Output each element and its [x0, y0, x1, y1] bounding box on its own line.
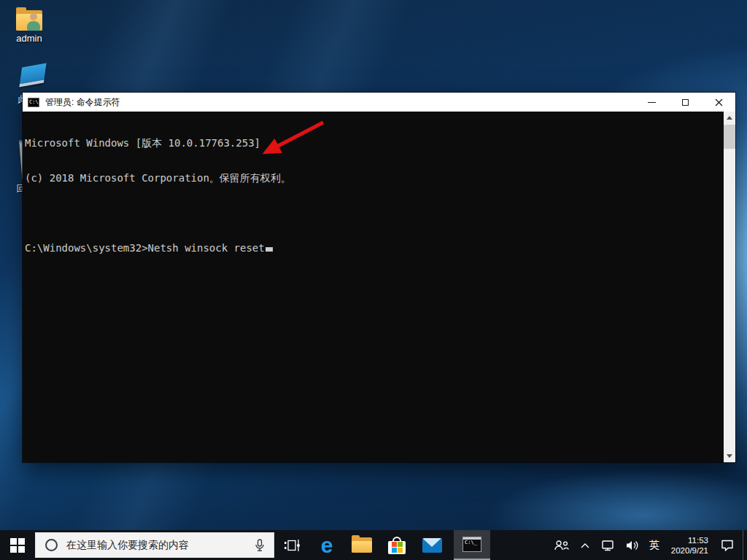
scroll-down-icon: [727, 454, 732, 458]
store-button[interactable]: [379, 530, 414, 560]
search-placeholder: 在这里输入你要搜索的内容: [66, 539, 189, 552]
scroll-up-button[interactable]: [724, 112, 735, 124]
cmd-taskbar-icon: C:\_: [462, 537, 481, 552]
typed-command: Netsh winsock reset: [148, 242, 265, 254]
system-tray: 英 11:53 2020/9/21: [549, 530, 747, 560]
taskbar-clock[interactable]: 11:53 2020/9/21: [665, 535, 715, 556]
microphone-icon[interactable]: [255, 539, 265, 552]
maximize-icon: [682, 99, 689, 106]
console-prompt: C:\Windows\system32>: [25, 242, 148, 254]
scroll-down-button[interactable]: [724, 450, 735, 462]
network-icon: [600, 540, 615, 551]
console-line: (c) 2018 Microsoft Corporation。保留所有权利。: [25, 172, 722, 184]
cmd-titlebar[interactable]: C:\ 管理员: 命令提示符: [23, 93, 735, 112]
scroll-up-icon: [727, 116, 732, 120]
cmd-window: C:\ 管理员: 命令提示符 Microsoft Windows [版本 10.…: [23, 93, 735, 462]
mail-button[interactable]: [414, 530, 449, 560]
close-icon: [715, 98, 723, 106]
minimize-button[interactable]: [635, 93, 668, 112]
action-center-button[interactable]: [715, 530, 740, 560]
clock-date: 2020/9/21: [671, 545, 708, 556]
mail-icon: [422, 538, 442, 553]
scrollbar-thumb[interactable]: [724, 125, 735, 149]
file-explorer-icon: [352, 537, 372, 553]
people-button[interactable]: [549, 530, 575, 560]
task-view-button[interactable]: [274, 530, 309, 560]
start-button[interactable]: [0, 530, 35, 560]
taskbar-search[interactable]: 在这里输入你要搜索的内容: [35, 532, 274, 558]
console-scrollbar[interactable]: [724, 112, 735, 462]
hidden-icons-button[interactable]: [575, 530, 595, 560]
network-button[interactable]: [595, 530, 620, 560]
file-explorer-button[interactable]: [344, 530, 379, 560]
chevron-up-icon: [580, 542, 590, 549]
close-button[interactable]: [702, 93, 735, 112]
desktop: admin 此电脑 回收站 C:\ 管理员: 命令提示符: [0, 0, 747, 560]
desktop-icon-label: admin: [7, 33, 51, 44]
volume-icon: [625, 540, 639, 551]
action-center-icon: [720, 539, 735, 552]
maximize-button[interactable]: [668, 93, 702, 112]
edge-icon: e: [321, 534, 333, 556]
console-line: Microsoft Windows [版本 10.0.17763.253]: [25, 137, 722, 149]
people-icon: [554, 540, 570, 551]
task-view-icon: [284, 539, 300, 552]
taskbar: 在这里输入你要搜索的内容 e: [0, 530, 747, 560]
clock-time: 11:53: [671, 535, 708, 545]
console-output[interactable]: Microsoft Windows [版本 10.0.17763.253] (c…: [23, 112, 735, 462]
desktop-icon-admin[interactable]: admin: [7, 7, 51, 44]
show-desktop-button[interactable]: [743, 530, 747, 560]
store-icon: [388, 537, 406, 554]
console-prompt-line: C:\Windows\system32>Netsh winsock reset: [25, 242, 722, 254]
window-title: 管理员: 命令提示符: [45, 96, 120, 109]
start-icon: [10, 538, 25, 553]
console-line-blank: [25, 207, 722, 219]
cmd-taskbar-button[interactable]: C:\_: [454, 530, 490, 560]
minimize-icon: [648, 102, 656, 103]
ime-indicator[interactable]: 英: [644, 530, 665, 560]
console-cursor: [266, 247, 273, 252]
this-pc-icon: [19, 63, 46, 88]
edge-button[interactable]: e: [309, 530, 344, 560]
user-folder-icon: [16, 10, 42, 31]
volume-button[interactable]: [620, 530, 644, 560]
cmd-icon: C:\: [28, 98, 39, 107]
cortana-ring-icon: [45, 539, 58, 551]
